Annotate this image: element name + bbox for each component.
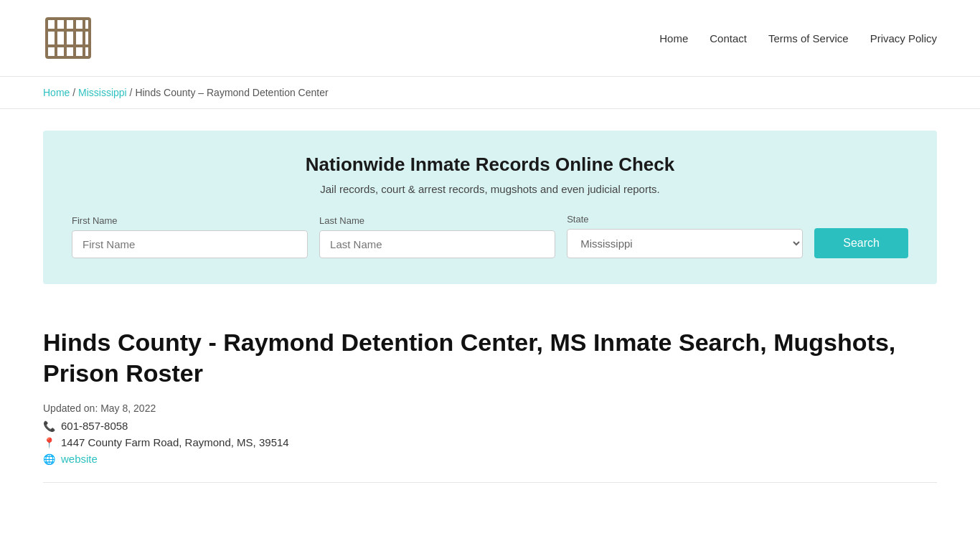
phone-icon: 📞 [43,420,55,432]
first-name-label: First Name [72,215,308,226]
updated-date: Updated on: May 8, 2022 [43,402,937,414]
state-label: State [567,214,803,225]
main-nav: Home Contact Terms of Service Privacy Po… [659,32,937,44]
last-name-input[interactable] [319,230,555,258]
breadcrumb: Home / Mississippi / Hinds County – Raym… [43,87,937,98]
site-header: Home Contact Terms of Service Privacy Po… [0,0,980,77]
location-icon: 📍 [43,437,55,448]
address-row: 📍 1447 County Farm Road, Raymond, MS, 39… [43,436,937,448]
state-group: State Mississippi Alabama Alaska Arizona… [567,214,803,258]
breadcrumb-bar: Home / Mississippi / Hinds County – Raym… [0,77,980,109]
breadcrumb-home[interactable]: Home [43,87,70,98]
globe-icon: 🌐 [43,453,55,465]
nav-terms[interactable]: Terms of Service [768,32,849,44]
address-text: 1447 County Farm Road, Raymond, MS, 3951… [61,436,289,448]
state-select[interactable]: Mississippi Alabama Alaska Arizona Arkan… [567,229,803,258]
search-banner: Nationwide Inmate Records Online Check J… [43,131,937,284]
phone-number: 601-857-8058 [61,420,128,432]
website-row: 🌐 website [43,453,937,465]
breadcrumb-sep1: / [72,87,78,98]
phone-row: 📞 601-857-8058 [43,420,937,432]
main-content: Hinds County - Raymond Detention Center,… [0,306,980,512]
nav-contact[interactable]: Contact [710,32,747,44]
search-button[interactable]: Search [814,228,908,258]
nav-privacy[interactable]: Privacy Policy [870,32,937,44]
page-title: Hinds County - Raymond Detention Center,… [43,327,937,388]
last-name-group: Last Name [319,215,555,258]
content-divider [43,482,937,483]
logo[interactable] [43,13,93,63]
breadcrumb-state[interactable]: Mississippi [78,87,127,98]
svg-rect-6 [47,44,90,47]
search-banner-title: Nationwide Inmate Records Online Check [72,154,908,176]
breadcrumb-current: Hinds County – Raymond Detention Center [135,87,328,98]
first-name-input[interactable] [72,230,308,258]
svg-rect-5 [47,29,90,32]
search-banner-subtitle: Jail records, court & arrest records, mu… [72,183,908,195]
nav-home[interactable]: Home [659,32,688,44]
last-name-label: Last Name [319,215,555,226]
search-form: First Name Last Name State Mississippi A… [72,214,908,258]
website-link[interactable]: website [61,453,98,465]
first-name-group: First Name [72,215,308,258]
logo-icon [43,13,93,63]
